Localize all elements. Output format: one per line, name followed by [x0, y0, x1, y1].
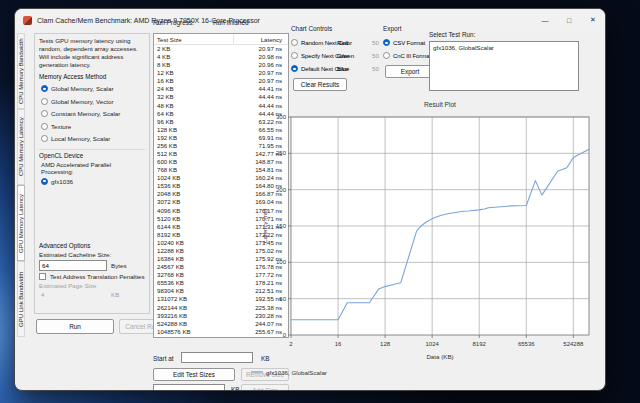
- add-size-input[interactable]: [153, 384, 225, 391]
- cell-test-size: 98304 KB: [154, 287, 234, 295]
- memory-access-option-label: Constant Memory, Scalar: [51, 110, 120, 117]
- tab-gpu-memory-latency[interactable]: GPU Memory Latency: [17, 185, 25, 261]
- cell-test-size: 6144 KB: [154, 223, 234, 231]
- cell-test-size: 768 KB: [154, 166, 234, 174]
- legend-label: gfx1036, GlobalScalar: [266, 369, 327, 376]
- cacheline-size-input[interactable]: [39, 260, 107, 271]
- column-latency[interactable]: Latency: [234, 36, 288, 43]
- edit-test-sizes-button[interactable]: Edit Test Sizes: [153, 368, 235, 381]
- cell-test-size: 32768 KB: [154, 271, 234, 279]
- x-tick-label: 128: [380, 341, 391, 347]
- export-label: Export: [383, 25, 401, 32]
- radio-unselected-icon: [41, 135, 48, 142]
- table-row[interactable]: 8 KB20.96 ns: [154, 61, 288, 69]
- radio-unselected-icon: [383, 52, 390, 59]
- opencl-device-option-label: gfx1036: [51, 178, 73, 185]
- memory-access-option[interactable]: Global Memory, Vector: [39, 95, 145, 108]
- clear-results-button[interactable]: Clear Results: [293, 78, 347, 91]
- cacheline-unit-label: Bytes: [111, 262, 126, 269]
- rgb-channel-label: Blue: [337, 65, 349, 72]
- cell-test-size: 1024 KB: [154, 174, 234, 182]
- table-row[interactable]: 16 KB20.97 ns: [154, 77, 288, 85]
- cell-test-size: 4 KB: [154, 53, 234, 61]
- x-tick-label: 65536: [518, 341, 535, 347]
- cell-test-size: 64 KB: [154, 110, 234, 118]
- y-tick-label: 250: [276, 150, 287, 156]
- table-row[interactable]: 2 KB20.97 ns: [154, 45, 288, 53]
- close-icon[interactable]: ✕: [581, 9, 605, 31]
- y-axis-title: Latency (ns): [261, 209, 268, 243]
- export-format-option[interactable]: CSV Format: [383, 36, 431, 49]
- tab-gpu-link-bandwidth[interactable]: GPU Link Bandwidth: [17, 261, 25, 337]
- rgb-row: Red50: [337, 36, 379, 49]
- x-tick-label: 8192: [473, 341, 487, 347]
- cell-test-size: 24567 KB: [154, 263, 234, 271]
- x-axis-title: Data (KB): [426, 353, 453, 360]
- cell-test-size: 524288 KB: [154, 320, 234, 328]
- radio-unselected-icon: [291, 52, 298, 59]
- cell-test-size: 16 KB: [154, 77, 234, 85]
- rgb-row: Green50: [337, 49, 379, 62]
- rgb-channel-value: 50: [372, 39, 379, 46]
- memory-access-option[interactable]: Constant Memory, Scalar: [39, 107, 145, 120]
- cell-test-size: 262144 KB: [154, 304, 234, 312]
- maximize-icon[interactable]: □: [557, 9, 581, 31]
- radio-selected-icon: [41, 178, 48, 185]
- page-size-label: Estimated Page Size: [39, 282, 145, 289]
- column-test-size[interactable]: Test Size: [154, 34, 234, 44]
- test-run-item[interactable]: gfx1036, GlobalScalar: [430, 42, 578, 53]
- page-size-value: 4: [39, 291, 107, 298]
- cell-test-size: 65536 KB: [154, 279, 234, 287]
- opencl-device-group: gfx1036: [39, 175, 145, 188]
- export-format-option-label: CSV Format: [393, 40, 425, 46]
- memory-access-option[interactable]: Local Memory, Scalar: [39, 132, 145, 145]
- memory-access-option[interactable]: Global Memory, Scalar: [39, 82, 145, 95]
- cell-test-size: 24 KB: [154, 85, 234, 93]
- radio-unselected-icon: [41, 123, 48, 130]
- cell-latency: 20.97 ns: [234, 45, 288, 53]
- run-button[interactable]: Run: [36, 319, 114, 334]
- export-button[interactable]: Export: [385, 65, 435, 78]
- cell-test-size: 4096 KB: [154, 207, 234, 215]
- cell-test-size: 3072 KB: [154, 198, 234, 206]
- tab-cpu-memory-bandwidth[interactable]: CPU Memory Bandwidth: [17, 33, 25, 109]
- cell-test-size: 256 KB: [154, 142, 234, 150]
- translation-penalty-checkbox[interactable]: [39, 273, 46, 280]
- memory-access-method-label: Memory Access Method: [39, 73, 145, 80]
- export-format-option[interactable]: CnC III Format: [383, 49, 431, 62]
- tab-cpu-memory-latency[interactable]: CPU Memory Latency: [17, 109, 25, 185]
- memory-access-option[interactable]: Texture: [39, 120, 145, 133]
- cell-test-size: 96 KB: [154, 118, 234, 126]
- radio-selected-icon: [41, 85, 48, 92]
- results-table-header[interactable]: Test Size Latency: [154, 34, 288, 45]
- radio-unselected-icon: [291, 39, 298, 46]
- chart-title: Result Plot: [424, 101, 456, 108]
- table-row[interactable]: 12 KB20.97 ns: [154, 69, 288, 77]
- memory-access-option-label: Global Memory, Vector: [51, 98, 113, 105]
- rgb-channel-value: 50: [372, 52, 379, 59]
- cell-test-size: 12288 KB: [154, 247, 234, 255]
- export-format-option-label: CnC III Format: [393, 53, 431, 59]
- result-plot-svg: 0501001502002503002161281024819265536524…: [239, 95, 595, 387]
- cell-test-size: 8192 KB: [154, 231, 234, 239]
- cell-test-size: 10240 KB: [154, 239, 234, 247]
- radio-selected-icon: [383, 39, 390, 46]
- radio-selected-icon: [291, 65, 298, 72]
- minimize-icon[interactable]: —: [533, 9, 557, 31]
- app-icon: [23, 16, 32, 25]
- cell-test-size: 2048 KB: [154, 190, 234, 198]
- opencl-platform-label: AMD Accelerated Parallel Processing:: [39, 161, 145, 175]
- opencl-device-option[interactable]: gfx1036: [39, 175, 145, 188]
- cell-test-size: 128 KB: [154, 126, 234, 134]
- cell-test-size: 48 KB: [154, 102, 234, 110]
- cell-test-size: 16384 KB: [154, 255, 234, 263]
- table-row[interactable]: 4 KB20.98 ns: [154, 53, 288, 61]
- vertical-tab-strip: CPU Memory BandwidthCPU Memory LatencyGP…: [17, 33, 33, 337]
- advanced-options-label: Advanced Options: [39, 242, 145, 249]
- x-tick-label: 16: [335, 341, 342, 347]
- table-row[interactable]: 24 KB44.41 ns: [154, 85, 288, 93]
- radio-unselected-icon: [41, 98, 48, 105]
- memory-access-method-group: Global Memory, ScalarGlobal Memory, Vect…: [39, 82, 145, 145]
- test-run-listbox[interactable]: gfx1036, GlobalScalar: [429, 41, 579, 91]
- memory-access-option-label: Local Memory, Scalar: [51, 135, 110, 142]
